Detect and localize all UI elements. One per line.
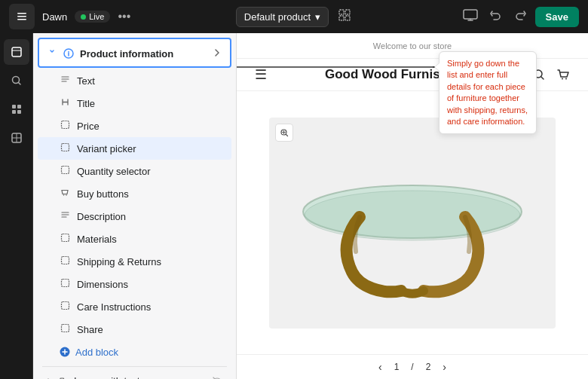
select-mode-button[interactable] bbox=[335, 5, 354, 28]
description-block-icon bbox=[59, 210, 71, 222]
block-label-description: Description bbox=[77, 211, 126, 222]
section-arrow-icon bbox=[210, 47, 221, 60]
svg-rect-13 bbox=[17, 110, 21, 114]
svg-point-19 bbox=[63, 194, 64, 196]
sub-section-title: Image with text bbox=[74, 375, 139, 379]
price-block-icon bbox=[59, 120, 71, 132]
search-icon[interactable] bbox=[4, 68, 29, 93]
block-label-text: Text bbox=[77, 75, 95, 87]
nav-toggle-icon[interactable] bbox=[9, 4, 35, 29]
save-button[interactable]: Save bbox=[535, 7, 579, 27]
sections-icon[interactable] bbox=[4, 39, 29, 65]
block-item-text[interactable]: Text bbox=[38, 69, 231, 92]
block-label-share: Share bbox=[77, 324, 103, 335]
product-info-icon bbox=[63, 48, 74, 59]
undo-button[interactable] bbox=[487, 6, 505, 27]
block-label-dimensions: Dimensions bbox=[77, 279, 128, 290]
preview-area: Simply go down the list and enter full d… bbox=[237, 33, 588, 379]
block-item-shipping[interactable]: Shipping & Returns bbox=[38, 250, 231, 273]
block-list: Text Title Price bbox=[33, 69, 236, 363]
block-item-quantity-selector[interactable]: Quantity selector bbox=[38, 160, 231, 182]
svg-rect-18 bbox=[61, 167, 69, 174]
svg-rect-5 bbox=[339, 16, 344, 20]
svg-rect-8 bbox=[12, 47, 21, 57]
welcome-text: Welcome to our store bbox=[373, 41, 452, 50]
panel: Product information Text bbox=[33, 33, 237, 379]
topbar-center: Default product ▾ bbox=[236, 5, 354, 28]
svg-rect-3 bbox=[339, 10, 344, 14]
svg-rect-21 bbox=[61, 234, 69, 242]
block-label-care-instructions: Care Instructions bbox=[77, 301, 151, 313]
svg-rect-11 bbox=[17, 105, 21, 109]
variant-block-icon bbox=[59, 142, 71, 154]
block-item-buy-buttons[interactable]: Buy buttons bbox=[38, 182, 231, 205]
plus-icon bbox=[59, 346, 71, 358]
callout-text: Simply go down the list and enter full d… bbox=[447, 59, 528, 126]
block-item-materials[interactable]: Materials bbox=[38, 228, 231, 250]
chevron-down-icon: ▾ bbox=[315, 11, 320, 23]
svg-rect-7 bbox=[464, 10, 477, 19]
svg-rect-4 bbox=[345, 10, 350, 14]
svg-point-37 bbox=[305, 191, 520, 240]
block-label-buy-buttons: Buy buttons bbox=[77, 188, 129, 200]
block-item-share[interactable]: Share bbox=[38, 318, 231, 341]
page-total: 2 bbox=[426, 362, 431, 372]
text-block-icon bbox=[59, 75, 71, 87]
redo-button[interactable] bbox=[511, 6, 529, 27]
hamburger-icon: ☰ bbox=[255, 66, 267, 83]
block-item-description[interactable]: Description bbox=[38, 205, 231, 228]
topbar-left: Dawn Live ••• bbox=[9, 4, 130, 29]
sub-section-left: Image with text bbox=[45, 375, 139, 379]
svg-rect-25 bbox=[61, 325, 69, 332]
magnify-button[interactable] bbox=[275, 124, 293, 142]
svg-rect-16 bbox=[61, 121, 69, 129]
svg-point-34 bbox=[565, 78, 567, 80]
more-options-button[interactable]: ••• bbox=[118, 10, 130, 23]
svg-rect-0 bbox=[17, 13, 26, 14]
block-label-shipping: Shipping & Returns bbox=[77, 256, 161, 267]
svg-rect-10 bbox=[12, 105, 16, 109]
blocks-icon[interactable] bbox=[4, 125, 29, 151]
svg-rect-6 bbox=[345, 16, 350, 20]
svg-rect-1 bbox=[17, 16, 26, 17]
product-selector-label: Default product bbox=[244, 11, 311, 23]
prev-page-button[interactable]: ‹ bbox=[378, 361, 382, 373]
share-block-icon bbox=[59, 323, 71, 335]
block-item-price[interactable]: Price bbox=[38, 115, 231, 137]
block-label-price: Price bbox=[77, 121, 100, 132]
apps-icon[interactable] bbox=[4, 96, 29, 122]
block-item-title[interactable]: Title bbox=[38, 92, 231, 115]
block-label-materials: Materials bbox=[77, 234, 117, 245]
product-image bbox=[269, 118, 556, 329]
arrow-svg bbox=[237, 66, 440, 68]
next-page-button[interactable]: › bbox=[443, 361, 446, 373]
sub-chevron-icon bbox=[45, 377, 54, 380]
image-with-text-section[interactable]: Image with text bbox=[38, 370, 231, 379]
page-separator: / bbox=[411, 362, 413, 372]
svg-rect-17 bbox=[61, 144, 69, 151]
materials-block-icon bbox=[59, 233, 71, 245]
live-dot bbox=[81, 14, 86, 20]
live-badge: Live bbox=[75, 11, 110, 23]
product-illustration bbox=[284, 133, 541, 313]
block-item-care-instructions[interactable]: Care Instructions bbox=[38, 295, 231, 318]
dimensions-block-icon bbox=[59, 278, 71, 290]
topbar-right: Save bbox=[460, 6, 579, 27]
svg-rect-23 bbox=[61, 280, 69, 287]
desktop-view-button[interactable] bbox=[460, 6, 481, 27]
section-title: Product information bbox=[80, 48, 173, 60]
block-label-quantity-selector: Quantity selector bbox=[77, 166, 151, 177]
block-item-dimensions[interactable]: Dimensions bbox=[38, 273, 231, 295]
eye-off-icon bbox=[212, 376, 222, 380]
care-block-icon bbox=[59, 301, 71, 313]
block-label-title: Title bbox=[77, 98, 95, 109]
svg-rect-12 bbox=[12, 110, 16, 114]
block-item-variant-picker[interactable]: Variant picker bbox=[38, 137, 231, 160]
product-information-section[interactable]: Product information bbox=[38, 38, 231, 68]
product-selector-button[interactable]: Default product ▾ bbox=[236, 7, 329, 27]
store-name: Dawn bbox=[42, 11, 67, 23]
add-block-button[interactable]: Add block bbox=[38, 341, 231, 363]
page-current: 1 bbox=[394, 362, 400, 372]
quantity-block-icon bbox=[59, 165, 71, 177]
topbar: Dawn Live ••• Default product ▾ bbox=[0, 0, 588, 33]
